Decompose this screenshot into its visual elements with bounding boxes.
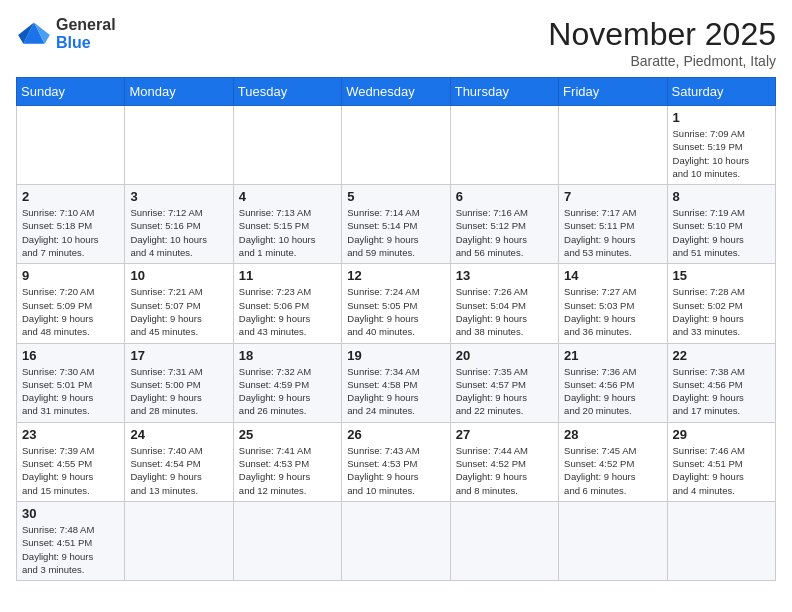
day-number: 29 [673, 427, 770, 442]
calendar-week-row: 16Sunrise: 7:30 AMSunset: 5:01 PMDayligh… [17, 343, 776, 422]
day-info: Sunrise: 7:20 AMSunset: 5:09 PMDaylight:… [22, 285, 119, 338]
day-info: Sunrise: 7:46 AMSunset: 4:51 PMDaylight:… [673, 444, 770, 497]
calendar-cell: 30Sunrise: 7:48 AMSunset: 4:51 PMDayligh… [17, 501, 125, 580]
day-info: Sunrise: 7:39 AMSunset: 4:55 PMDaylight:… [22, 444, 119, 497]
calendar-week-row: 23Sunrise: 7:39 AMSunset: 4:55 PMDayligh… [17, 422, 776, 501]
calendar-cell [233, 106, 341, 185]
calendar-cell: 29Sunrise: 7:46 AMSunset: 4:51 PMDayligh… [667, 422, 775, 501]
day-number: 11 [239, 268, 336, 283]
day-info: Sunrise: 7:27 AMSunset: 5:03 PMDaylight:… [564, 285, 661, 338]
logo: General Blue [16, 16, 116, 52]
day-info: Sunrise: 7:16 AMSunset: 5:12 PMDaylight:… [456, 206, 553, 259]
header: General Blue November 2025 Baratte, Pied… [16, 16, 776, 69]
day-info: Sunrise: 7:28 AMSunset: 5:02 PMDaylight:… [673, 285, 770, 338]
calendar-cell: 18Sunrise: 7:32 AMSunset: 4:59 PMDayligh… [233, 343, 341, 422]
calendar-cell: 26Sunrise: 7:43 AMSunset: 4:53 PMDayligh… [342, 422, 450, 501]
calendar-cell: 21Sunrise: 7:36 AMSunset: 4:56 PMDayligh… [559, 343, 667, 422]
calendar-cell: 19Sunrise: 7:34 AMSunset: 4:58 PMDayligh… [342, 343, 450, 422]
day-info: Sunrise: 7:12 AMSunset: 5:16 PMDaylight:… [130, 206, 227, 259]
calendar-cell: 16Sunrise: 7:30 AMSunset: 5:01 PMDayligh… [17, 343, 125, 422]
weekday-header: Tuesday [233, 78, 341, 106]
calendar-week-row: 1Sunrise: 7:09 AMSunset: 5:19 PMDaylight… [17, 106, 776, 185]
calendar-cell: 6Sunrise: 7:16 AMSunset: 5:12 PMDaylight… [450, 185, 558, 264]
day-number: 7 [564, 189, 661, 204]
day-info: Sunrise: 7:31 AMSunset: 5:00 PMDaylight:… [130, 365, 227, 418]
calendar-cell: 15Sunrise: 7:28 AMSunset: 5:02 PMDayligh… [667, 264, 775, 343]
day-number: 23 [22, 427, 119, 442]
weekday-header: Wednesday [342, 78, 450, 106]
calendar-cell [559, 106, 667, 185]
day-info: Sunrise: 7:48 AMSunset: 4:51 PMDaylight:… [22, 523, 119, 576]
day-info: Sunrise: 7:43 AMSunset: 4:53 PMDaylight:… [347, 444, 444, 497]
calendar-cell: 28Sunrise: 7:45 AMSunset: 4:52 PMDayligh… [559, 422, 667, 501]
day-info: Sunrise: 7:30 AMSunset: 5:01 PMDaylight:… [22, 365, 119, 418]
day-info: Sunrise: 7:34 AMSunset: 4:58 PMDaylight:… [347, 365, 444, 418]
day-number: 20 [456, 348, 553, 363]
calendar-cell: 13Sunrise: 7:26 AMSunset: 5:04 PMDayligh… [450, 264, 558, 343]
calendar-cell [125, 501, 233, 580]
calendar-cell [450, 501, 558, 580]
day-info: Sunrise: 7:21 AMSunset: 5:07 PMDaylight:… [130, 285, 227, 338]
day-info: Sunrise: 7:44 AMSunset: 4:52 PMDaylight:… [456, 444, 553, 497]
month-title: November 2025 [548, 16, 776, 53]
calendar-cell: 23Sunrise: 7:39 AMSunset: 4:55 PMDayligh… [17, 422, 125, 501]
calendar-cell [559, 501, 667, 580]
weekday-header: Thursday [450, 78, 558, 106]
day-info: Sunrise: 7:40 AMSunset: 4:54 PMDaylight:… [130, 444, 227, 497]
day-info: Sunrise: 7:14 AMSunset: 5:14 PMDaylight:… [347, 206, 444, 259]
calendar-cell: 24Sunrise: 7:40 AMSunset: 4:54 PMDayligh… [125, 422, 233, 501]
day-info: Sunrise: 7:19 AMSunset: 5:10 PMDaylight:… [673, 206, 770, 259]
day-number: 27 [456, 427, 553, 442]
day-number: 10 [130, 268, 227, 283]
day-info: Sunrise: 7:17 AMSunset: 5:11 PMDaylight:… [564, 206, 661, 259]
day-number: 26 [347, 427, 444, 442]
day-number: 16 [22, 348, 119, 363]
day-info: Sunrise: 7:23 AMSunset: 5:06 PMDaylight:… [239, 285, 336, 338]
day-info: Sunrise: 7:09 AMSunset: 5:19 PMDaylight:… [673, 127, 770, 180]
weekday-header: Monday [125, 78, 233, 106]
calendar-cell: 3Sunrise: 7:12 AMSunset: 5:16 PMDaylight… [125, 185, 233, 264]
calendar-cell: 2Sunrise: 7:10 AMSunset: 5:18 PMDaylight… [17, 185, 125, 264]
calendar-cell: 11Sunrise: 7:23 AMSunset: 5:06 PMDayligh… [233, 264, 341, 343]
day-info: Sunrise: 7:13 AMSunset: 5:15 PMDaylight:… [239, 206, 336, 259]
calendar-cell: 20Sunrise: 7:35 AMSunset: 4:57 PMDayligh… [450, 343, 558, 422]
calendar-week-row: 9Sunrise: 7:20 AMSunset: 5:09 PMDaylight… [17, 264, 776, 343]
calendar-cell: 17Sunrise: 7:31 AMSunset: 5:00 PMDayligh… [125, 343, 233, 422]
day-info: Sunrise: 7:36 AMSunset: 4:56 PMDaylight:… [564, 365, 661, 418]
logo-text: General Blue [56, 16, 116, 52]
day-number: 3 [130, 189, 227, 204]
calendar-cell [667, 501, 775, 580]
calendar-cell: 4Sunrise: 7:13 AMSunset: 5:15 PMDaylight… [233, 185, 341, 264]
day-info: Sunrise: 7:24 AMSunset: 5:05 PMDaylight:… [347, 285, 444, 338]
day-number: 8 [673, 189, 770, 204]
calendar-cell: 27Sunrise: 7:44 AMSunset: 4:52 PMDayligh… [450, 422, 558, 501]
day-number: 14 [564, 268, 661, 283]
day-number: 4 [239, 189, 336, 204]
day-number: 30 [22, 506, 119, 521]
calendar-cell: 5Sunrise: 7:14 AMSunset: 5:14 PMDaylight… [342, 185, 450, 264]
weekday-header: Saturday [667, 78, 775, 106]
day-number: 22 [673, 348, 770, 363]
day-info: Sunrise: 7:35 AMSunset: 4:57 PMDaylight:… [456, 365, 553, 418]
day-number: 12 [347, 268, 444, 283]
calendar-cell: 14Sunrise: 7:27 AMSunset: 5:03 PMDayligh… [559, 264, 667, 343]
calendar-cell: 7Sunrise: 7:17 AMSunset: 5:11 PMDaylight… [559, 185, 667, 264]
calendar-cell [125, 106, 233, 185]
calendar-week-row: 30Sunrise: 7:48 AMSunset: 4:51 PMDayligh… [17, 501, 776, 580]
day-number: 1 [673, 110, 770, 125]
day-info: Sunrise: 7:38 AMSunset: 4:56 PMDaylight:… [673, 365, 770, 418]
day-info: Sunrise: 7:10 AMSunset: 5:18 PMDaylight:… [22, 206, 119, 259]
day-info: Sunrise: 7:32 AMSunset: 4:59 PMDaylight:… [239, 365, 336, 418]
day-number: 25 [239, 427, 336, 442]
logo-icon [16, 19, 52, 49]
day-number: 21 [564, 348, 661, 363]
day-number: 28 [564, 427, 661, 442]
day-info: Sunrise: 7:26 AMSunset: 5:04 PMDaylight:… [456, 285, 553, 338]
weekday-header-row: SundayMondayTuesdayWednesdayThursdayFrid… [17, 78, 776, 106]
day-number: 24 [130, 427, 227, 442]
day-number: 17 [130, 348, 227, 363]
calendar-cell [342, 501, 450, 580]
calendar-cell: 25Sunrise: 7:41 AMSunset: 4:53 PMDayligh… [233, 422, 341, 501]
calendar-cell [17, 106, 125, 185]
day-number: 9 [22, 268, 119, 283]
